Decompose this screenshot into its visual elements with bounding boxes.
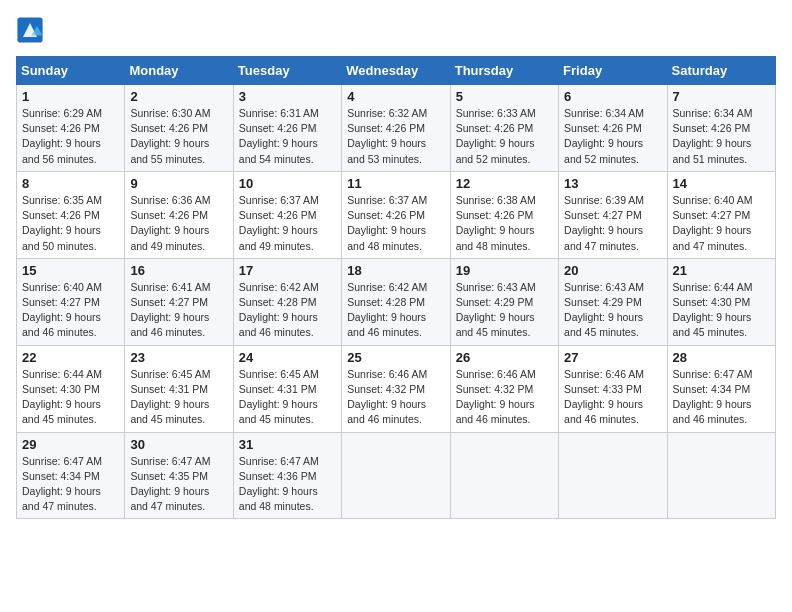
day-info: Sunrise: 6:47 AMSunset: 4:36 PMDaylight:… <box>239 455 319 513</box>
day-number: 12 <box>456 176 553 191</box>
calendar-cell: 12 Sunrise: 6:38 AMSunset: 4:26 PMDaylig… <box>450 171 558 258</box>
calendar-cell: 13 Sunrise: 6:39 AMSunset: 4:27 PMDaylig… <box>559 171 667 258</box>
day-info: Sunrise: 6:38 AMSunset: 4:26 PMDaylight:… <box>456 194 536 252</box>
day-info: Sunrise: 6:30 AMSunset: 4:26 PMDaylight:… <box>130 107 210 165</box>
day-info: Sunrise: 6:35 AMSunset: 4:26 PMDaylight:… <box>22 194 102 252</box>
day-number: 28 <box>673 350 770 365</box>
calendar-cell <box>450 432 558 519</box>
day-number: 20 <box>564 263 661 278</box>
day-number: 17 <box>239 263 336 278</box>
day-number: 10 <box>239 176 336 191</box>
day-info: Sunrise: 6:40 AMSunset: 4:27 PMDaylight:… <box>673 194 753 252</box>
calendar-cell: 19 Sunrise: 6:43 AMSunset: 4:29 PMDaylig… <box>450 258 558 345</box>
day-info: Sunrise: 6:45 AMSunset: 4:31 PMDaylight:… <box>239 368 319 426</box>
logo <box>16 16 48 44</box>
calendar-cell: 25 Sunrise: 6:46 AMSunset: 4:32 PMDaylig… <box>342 345 450 432</box>
day-number: 19 <box>456 263 553 278</box>
calendar-cell <box>559 432 667 519</box>
day-info: Sunrise: 6:37 AMSunset: 4:26 PMDaylight:… <box>347 194 427 252</box>
calendar-cell: 21 Sunrise: 6:44 AMSunset: 4:30 PMDaylig… <box>667 258 775 345</box>
day-info: Sunrise: 6:40 AMSunset: 4:27 PMDaylight:… <box>22 281 102 339</box>
calendar-cell: 17 Sunrise: 6:42 AMSunset: 4:28 PMDaylig… <box>233 258 341 345</box>
calendar-cell: 3 Sunrise: 6:31 AMSunset: 4:26 PMDayligh… <box>233 85 341 172</box>
calendar-week-2: 8 Sunrise: 6:35 AMSunset: 4:26 PMDayligh… <box>17 171 776 258</box>
day-info: Sunrise: 6:33 AMSunset: 4:26 PMDaylight:… <box>456 107 536 165</box>
calendar-cell: 24 Sunrise: 6:45 AMSunset: 4:31 PMDaylig… <box>233 345 341 432</box>
day-number: 14 <box>673 176 770 191</box>
day-number: 27 <box>564 350 661 365</box>
calendar-cell <box>667 432 775 519</box>
calendar-cell: 28 Sunrise: 6:47 AMSunset: 4:34 PMDaylig… <box>667 345 775 432</box>
day-number: 25 <box>347 350 444 365</box>
calendar-cell: 5 Sunrise: 6:33 AMSunset: 4:26 PMDayligh… <box>450 85 558 172</box>
calendar-cell: 30 Sunrise: 6:47 AMSunset: 4:35 PMDaylig… <box>125 432 233 519</box>
weekday-sunday: Sunday <box>17 57 125 85</box>
day-info: Sunrise: 6:36 AMSunset: 4:26 PMDaylight:… <box>130 194 210 252</box>
day-info: Sunrise: 6:46 AMSunset: 4:33 PMDaylight:… <box>564 368 644 426</box>
day-info: Sunrise: 6:47 AMSunset: 4:35 PMDaylight:… <box>130 455 210 513</box>
calendar-cell <box>342 432 450 519</box>
day-info: Sunrise: 6:46 AMSunset: 4:32 PMDaylight:… <box>456 368 536 426</box>
calendar-week-1: 1 Sunrise: 6:29 AMSunset: 4:26 PMDayligh… <box>17 85 776 172</box>
day-info: Sunrise: 6:46 AMSunset: 4:32 PMDaylight:… <box>347 368 427 426</box>
weekday-wednesday: Wednesday <box>342 57 450 85</box>
day-number: 30 <box>130 437 227 452</box>
day-info: Sunrise: 6:34 AMSunset: 4:26 PMDaylight:… <box>673 107 753 165</box>
calendar-table: SundayMondayTuesdayWednesdayThursdayFrid… <box>16 56 776 519</box>
day-number: 18 <box>347 263 444 278</box>
day-number: 7 <box>673 89 770 104</box>
day-number: 1 <box>22 89 119 104</box>
day-info: Sunrise: 6:47 AMSunset: 4:34 PMDaylight:… <box>22 455 102 513</box>
calendar-cell: 22 Sunrise: 6:44 AMSunset: 4:30 PMDaylig… <box>17 345 125 432</box>
day-number: 6 <box>564 89 661 104</box>
day-number: 4 <box>347 89 444 104</box>
calendar-week-5: 29 Sunrise: 6:47 AMSunset: 4:34 PMDaylig… <box>17 432 776 519</box>
day-info: Sunrise: 6:39 AMSunset: 4:27 PMDaylight:… <box>564 194 644 252</box>
day-info: Sunrise: 6:44 AMSunset: 4:30 PMDaylight:… <box>673 281 753 339</box>
day-number: 24 <box>239 350 336 365</box>
day-info: Sunrise: 6:37 AMSunset: 4:26 PMDaylight:… <box>239 194 319 252</box>
calendar-cell: 26 Sunrise: 6:46 AMSunset: 4:32 PMDaylig… <box>450 345 558 432</box>
calendar-cell: 20 Sunrise: 6:43 AMSunset: 4:29 PMDaylig… <box>559 258 667 345</box>
calendar-week-3: 15 Sunrise: 6:40 AMSunset: 4:27 PMDaylig… <box>17 258 776 345</box>
calendar-cell: 29 Sunrise: 6:47 AMSunset: 4:34 PMDaylig… <box>17 432 125 519</box>
weekday-saturday: Saturday <box>667 57 775 85</box>
calendar-cell: 8 Sunrise: 6:35 AMSunset: 4:26 PMDayligh… <box>17 171 125 258</box>
weekday-tuesday: Tuesday <box>233 57 341 85</box>
calendar-body: 1 Sunrise: 6:29 AMSunset: 4:26 PMDayligh… <box>17 85 776 519</box>
day-info: Sunrise: 6:42 AMSunset: 4:28 PMDaylight:… <box>239 281 319 339</box>
logo-icon <box>16 16 44 44</box>
calendar-cell: 9 Sunrise: 6:36 AMSunset: 4:26 PMDayligh… <box>125 171 233 258</box>
day-info: Sunrise: 6:43 AMSunset: 4:29 PMDaylight:… <box>564 281 644 339</box>
day-number: 3 <box>239 89 336 104</box>
day-number: 21 <box>673 263 770 278</box>
day-number: 9 <box>130 176 227 191</box>
day-number: 29 <box>22 437 119 452</box>
day-info: Sunrise: 6:43 AMSunset: 4:29 PMDaylight:… <box>456 281 536 339</box>
calendar-cell: 23 Sunrise: 6:45 AMSunset: 4:31 PMDaylig… <box>125 345 233 432</box>
calendar-cell: 16 Sunrise: 6:41 AMSunset: 4:27 PMDaylig… <box>125 258 233 345</box>
calendar-cell: 7 Sunrise: 6:34 AMSunset: 4:26 PMDayligh… <box>667 85 775 172</box>
page-header <box>16 16 776 44</box>
day-info: Sunrise: 6:34 AMSunset: 4:26 PMDaylight:… <box>564 107 644 165</box>
day-number: 15 <box>22 263 119 278</box>
day-number: 8 <box>22 176 119 191</box>
day-info: Sunrise: 6:32 AMSunset: 4:26 PMDaylight:… <box>347 107 427 165</box>
day-number: 13 <box>564 176 661 191</box>
day-number: 2 <box>130 89 227 104</box>
calendar-cell: 15 Sunrise: 6:40 AMSunset: 4:27 PMDaylig… <box>17 258 125 345</box>
weekday-header-row: SundayMondayTuesdayWednesdayThursdayFrid… <box>17 57 776 85</box>
day-number: 31 <box>239 437 336 452</box>
day-number: 5 <box>456 89 553 104</box>
calendar-cell: 18 Sunrise: 6:42 AMSunset: 4:28 PMDaylig… <box>342 258 450 345</box>
calendar-cell: 6 Sunrise: 6:34 AMSunset: 4:26 PMDayligh… <box>559 85 667 172</box>
calendar-week-4: 22 Sunrise: 6:44 AMSunset: 4:30 PMDaylig… <box>17 345 776 432</box>
calendar-cell: 1 Sunrise: 6:29 AMSunset: 4:26 PMDayligh… <box>17 85 125 172</box>
calendar-cell: 27 Sunrise: 6:46 AMSunset: 4:33 PMDaylig… <box>559 345 667 432</box>
day-info: Sunrise: 6:45 AMSunset: 4:31 PMDaylight:… <box>130 368 210 426</box>
day-number: 16 <box>130 263 227 278</box>
calendar-cell: 2 Sunrise: 6:30 AMSunset: 4:26 PMDayligh… <box>125 85 233 172</box>
day-info: Sunrise: 6:29 AMSunset: 4:26 PMDaylight:… <box>22 107 102 165</box>
calendar-cell: 14 Sunrise: 6:40 AMSunset: 4:27 PMDaylig… <box>667 171 775 258</box>
calendar-cell: 11 Sunrise: 6:37 AMSunset: 4:26 PMDaylig… <box>342 171 450 258</box>
